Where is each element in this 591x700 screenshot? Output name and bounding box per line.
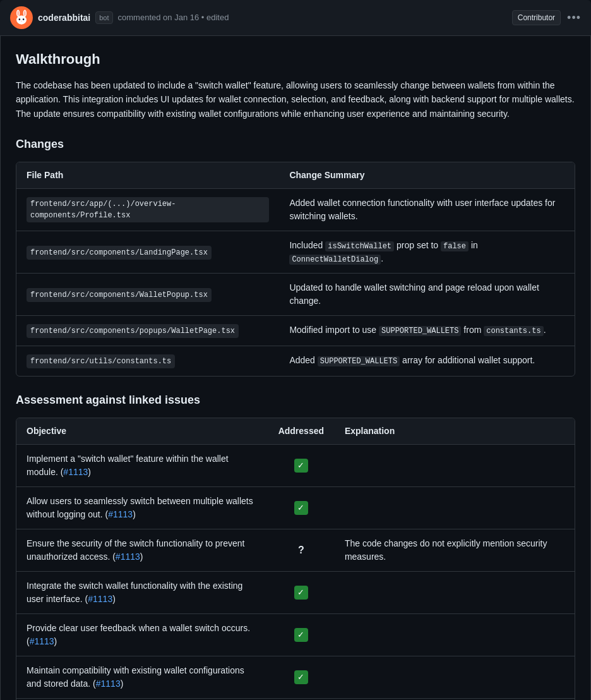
assessment-col-explanation: Explanation	[335, 418, 575, 445]
addressed-cell: ✓	[268, 487, 335, 529]
objective-cell: Allow users to seamlessly switch between…	[16, 487, 268, 529]
header-right: Contributor •••	[512, 9, 581, 27]
check-icon: ✓	[294, 586, 308, 600]
objective-cell: Provide clear user feedback when a walle…	[16, 614, 268, 656]
assessment-col-objective: Objective	[16, 418, 268, 445]
change-summary-cell: Included isSwitchWallet prop set to fals…	[279, 231, 575, 274]
assessment-table-wrapper: Objective Addressed Explanation Implemen…	[16, 418, 575, 700]
svg-point-5	[16, 15, 27, 24]
file-path-tag: frontend/src/components/WalletPopup.tsx	[27, 288, 212, 302]
issue-link[interactable]: #1113	[88, 594, 112, 604]
change-summary-cell: Added wallet connection functionality wi…	[279, 189, 575, 231]
objective-cell: Implement a "switch wallet" feature with…	[16, 445, 268, 487]
explanation-cell	[335, 572, 575, 614]
inline-code: isSwitchWallet	[325, 241, 394, 251]
table-row: frontend/src/components/popups/WalletPag…	[16, 316, 575, 346]
comment-body: Walkthrough The codebase has been update…	[0, 36, 591, 700]
explanation-cell	[335, 656, 575, 699]
file-path-tag: frontend/src/components/LandingPage.tsx	[27, 246, 212, 260]
table-row: Provide clear user feedback when a walle…	[16, 614, 575, 656]
changes-title: Changes	[16, 136, 575, 153]
inline-code: SUPPORTED_WALLETS	[318, 356, 400, 366]
table-row: Allow users to seamlessly switch between…	[16, 487, 575, 529]
comment-meta: commented on Jan 16 • edited	[118, 11, 229, 24]
addressed-cell: ✓	[268, 656, 335, 699]
svg-point-8	[21, 21, 22, 21]
objective-cell: Maintain compatibility with existing wal…	[16, 656, 268, 699]
changes-table-wrapper: File Path Change Summary frontend/src/ap…	[16, 162, 575, 377]
walkthrough-title: Walkthrough	[16, 49, 575, 69]
changes-table: File Path Change Summary frontend/src/ap…	[16, 162, 575, 376]
file-path-cell: frontend/src/app/(...)/overview-componen…	[16, 189, 279, 231]
check-icon: ✓	[294, 459, 308, 473]
page-wrapper: coderabbitai bot commented on Jan 16 • e…	[0, 0, 591, 700]
file-path-tag: frontend/src/components/popups/WalletPag…	[27, 324, 239, 338]
addressed-cell: ✓	[268, 445, 335, 487]
change-summary-cell: Added SUPPORTED_WALLETS array for additi…	[279, 346, 575, 377]
username[interactable]: coderabbitai	[38, 11, 90, 25]
table-row: Maintain compatibility with existing wal…	[16, 656, 575, 699]
svg-point-6	[19, 18, 21, 20]
issue-link[interactable]: #1113	[116, 552, 140, 562]
check-icon: ✓	[294, 501, 308, 515]
explanation-cell	[335, 614, 575, 656]
addressed-cell: ✓	[268, 572, 335, 614]
avatar	[10, 6, 33, 29]
table-row: frontend/src/utils/constants.ts Added SU…	[16, 346, 575, 377]
svg-point-7	[23, 18, 25, 20]
table-row: frontend/src/app/(...)/overview-componen…	[16, 189, 575, 231]
table-row: Implement a "switch wallet" feature with…	[16, 445, 575, 487]
file-path-cell: frontend/src/components/LandingPage.tsx	[16, 231, 279, 274]
addressed-cell: ✓	[268, 614, 335, 656]
table-row: frontend/src/components/WalletPopup.tsx …	[16, 274, 575, 316]
inline-code: ConnectWalletDialog	[289, 255, 381, 265]
table-row: Ensure the security of the switch functi…	[16, 529, 575, 572]
issue-link[interactable]: #1113	[108, 509, 133, 519]
inline-code: false	[441, 241, 469, 251]
explanation-cell: The code changes do not explicitly menti…	[335, 529, 575, 572]
changes-col-summary: Change Summary	[279, 162, 575, 189]
check-icon: ✓	[294, 670, 308, 684]
svg-point-4	[24, 11, 26, 16]
check-icon: ✓	[294, 628, 308, 642]
bot-badge: bot	[95, 11, 112, 25]
change-summary-cell: Updated to handle wallet switching and p…	[279, 274, 575, 316]
issue-link[interactable]: #1113	[63, 467, 88, 477]
comment-header: coderabbitai bot commented on Jan 16 • e…	[0, 0, 591, 36]
table-row: frontend/src/components/LandingPage.tsx …	[16, 231, 575, 274]
question-icon: ?	[298, 545, 304, 555]
file-path-cell: frontend/src/components/WalletPopup.tsx	[16, 274, 279, 316]
walkthrough-description: The codebase has been updated to include…	[16, 78, 575, 121]
file-path-cell: frontend/src/components/popups/WalletPag…	[16, 316, 279, 346]
change-summary-cell: Modified import to use SUPPORTED_WALLETS…	[279, 316, 575, 346]
explanation-cell	[335, 445, 575, 487]
contributor-badge: Contributor	[512, 10, 561, 25]
file-path-tag: frontend/src/utils/constants.ts	[27, 354, 175, 368]
issue-link[interactable]: #1113	[96, 679, 121, 689]
objective-cell: Integrate the switch wallet functionalit…	[16, 572, 268, 614]
addressed-cell: ?	[268, 529, 335, 572]
explanation-cell	[335, 487, 575, 529]
issue-link[interactable]: #1113	[30, 636, 54, 646]
objective-cell: Ensure the security of the switch functi…	[16, 529, 268, 572]
table-row: Integrate the switch wallet functionalit…	[16, 572, 575, 614]
changes-col-filepath: File Path	[16, 162, 279, 189]
svg-point-3	[17, 11, 19, 16]
assessment-title: Assessment against linked issues	[16, 392, 575, 409]
more-options-button[interactable]: •••	[567, 9, 581, 27]
inline-code: SUPPORTED_WALLETS	[379, 326, 461, 336]
assessment-table: Objective Addressed Explanation Implemen…	[16, 418, 575, 700]
header-left: coderabbitai bot commented on Jan 16 • e…	[10, 6, 229, 29]
assessment-col-addressed: Addressed	[268, 418, 335, 445]
inline-code: constants.ts	[484, 326, 543, 336]
file-path-tag: frontend/src/app/(...)/overview-componen…	[27, 197, 269, 222]
file-path-cell: frontend/src/utils/constants.ts	[16, 346, 279, 377]
